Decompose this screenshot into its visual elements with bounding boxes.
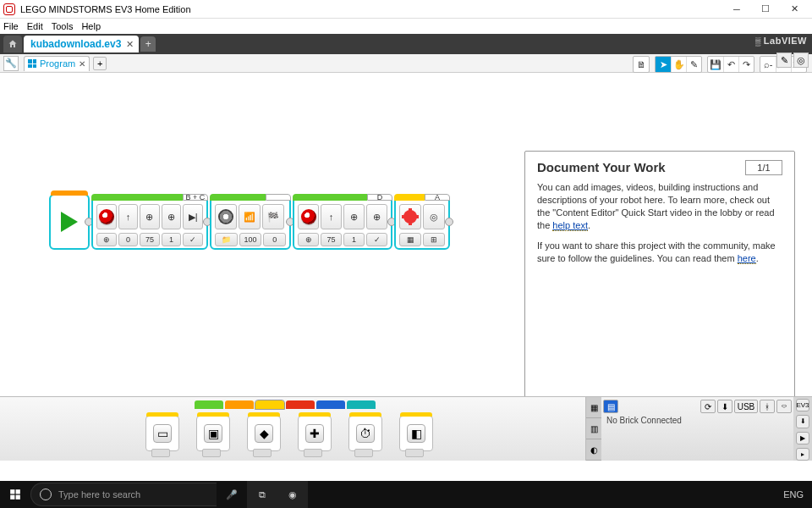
brake-slot[interactable]: ✓	[366, 233, 387, 246]
language-indicator[interactable]: ENG	[775, 489, 812, 500]
window-titlebar: LEGO MINDSTORMS EV3 Home Edition ─ ☐ ✕	[0, 0, 812, 19]
mode-slot[interactable]: ⊕	[96, 233, 117, 246]
refresh-button[interactable]: ⟳	[700, 400, 716, 413]
save-button[interactable]: 💾	[708, 57, 723, 72]
program-tab-active[interactable]: Program ✕	[24, 56, 90, 71]
hw-tab-ports[interactable]: ▥	[586, 418, 601, 439]
minimize-button[interactable]: ─	[722, 1, 751, 18]
search-icon	[40, 489, 52, 500]
run-button[interactable]: ▶	[796, 432, 809, 444]
close-program-icon[interactable]: ✕	[79, 59, 85, 69]
palette-tab-flow[interactable]	[225, 400, 254, 409]
block-palette: ▭ ▣ ◆ ✚ ⏱ ◧	[0, 396, 585, 461]
palette-item[interactable]: ▣	[196, 416, 230, 451]
windows-taskbar: Type here to search 🎤 ⧉ ◉ ENG	[0, 481, 812, 508]
program-tab-row: 🔧 Program ✕ + 🗎 ➤ ✋ ✎ 💾 ↶ ↷ ⌕- ⌕+ 1:1	[0, 54, 812, 73]
project-tab-active[interactable]: kubadownload.ev3 ✕	[24, 36, 139, 52]
palette-category-tabs	[195, 400, 376, 409]
taskbar-search[interactable]: Type here to search	[30, 483, 217, 506]
palette-item[interactable]: ◆	[247, 416, 281, 451]
port-label[interactable]: A	[425, 194, 450, 201]
palette-tab-advanced[interactable]	[316, 400, 345, 409]
start-block[interactable]	[49, 194, 90, 250]
wifi-button[interactable]: ⌔	[776, 400, 792, 413]
volume-slot[interactable]: 100	[239, 233, 262, 246]
port-label[interactable]: B + C	[183, 194, 208, 201]
steering-slot[interactable]: 0	[118, 233, 139, 246]
power-slot[interactable]: 75	[140, 233, 160, 246]
menu-edit[interactable]: Edit	[27, 21, 43, 31]
sound-block[interactable]: 📶 🏁 📁 100 0	[210, 194, 291, 250]
hw-tab-brick[interactable]: ▦	[586, 397, 601, 418]
menu-help[interactable]: Help	[81, 21, 101, 31]
help-text-link[interactable]: help text	[552, 220, 588, 231]
palette-items: ▭ ▣ ◆ ✚ ⏱ ◧	[145, 416, 433, 451]
download-run-button[interactable]: ⬇	[796, 415, 809, 428]
maximize-button[interactable]: ☐	[751, 1, 780, 18]
start-button[interactable]	[0, 481, 30, 508]
palette-tab-sensor[interactable]	[255, 400, 284, 409]
hw-tab-available[interactable]: ◐	[586, 439, 601, 461]
palette-item[interactable]: ▭	[145, 416, 179, 451]
pointer-tool[interactable]: ➤	[656, 57, 671, 72]
hardware-side-tabs: ▦ ▥ ◐	[586, 397, 601, 461]
play-type-slot[interactable]: 0	[263, 233, 286, 246]
project-tab-label: kubadownload.ev3	[30, 38, 121, 50]
palette-tab-action[interactable]	[195, 400, 223, 409]
app-icon	[3, 3, 15, 15]
bluetooth-button[interactable]: ᚼ	[760, 400, 775, 413]
content-editor-edit-button[interactable]: ✎	[776, 52, 792, 68]
play-icon	[61, 212, 78, 232]
move-steering-block[interactable]: B + C ↑ ⊕ ⊕ ▶| ⊕ 0 75 1 ✓	[91, 194, 208, 250]
menu-file[interactable]: File	[3, 21, 19, 31]
content-editor-toggle-button[interactable]: ◎	[793, 52, 809, 68]
project-settings-button[interactable]: 🔧	[3, 56, 19, 71]
program-canvas[interactable]: B + C ↑ ⊕ ⊕ ▶| ⊕ 0 75 1 ✓ 📶	[0, 73, 812, 396]
program-icon	[28, 59, 36, 68]
program-chain: B + C ↑ ⊕ ⊕ ▶| ⊕ 0 75 1 ✓ 📶	[49, 194, 452, 250]
mode-slot[interactable]: ⊕	[298, 233, 319, 246]
content-paragraph-1: You can add images, videos, building ins…	[537, 181, 782, 231]
motor-icon	[298, 204, 319, 229]
add-program-tab[interactable]: +	[93, 57, 107, 70]
cortana-mic-button[interactable]: 🎤	[217, 481, 247, 508]
redo-button[interactable]: ↷	[738, 57, 754, 72]
guidelines-link[interactable]: here	[738, 253, 756, 264]
palette-item[interactable]: ◧	[399, 416, 433, 451]
document-button[interactable]: 🗎	[634, 57, 649, 72]
home-tab[interactable]	[3, 36, 22, 52]
menu-tools[interactable]: Tools	[52, 21, 74, 31]
close-button[interactable]: ✕	[780, 1, 809, 18]
window-title: LEGO MINDSTORMS EV3 Home Edition	[20, 4, 191, 14]
task-view-button[interactable]: ⧉	[247, 481, 277, 508]
add-project-tab[interactable]: +	[140, 36, 156, 52]
port-label	[266, 194, 291, 201]
palette-tab-data[interactable]	[286, 400, 315, 409]
usb-button[interactable]: USB	[734, 400, 758, 413]
run-selected-button[interactable]: ▸	[796, 448, 809, 461]
port-label[interactable]: D	[367, 194, 392, 201]
close-project-icon[interactable]: ✕	[126, 39, 134, 50]
zoom-out-button[interactable]: ⌕-	[760, 57, 776, 72]
mode-slot[interactable]: ▦	[399, 233, 421, 246]
palette-item[interactable]: ✚	[298, 416, 332, 451]
palette-tab-myblocks[interactable]	[347, 400, 376, 409]
download-button[interactable]: ⬇	[717, 400, 732, 413]
param-slot[interactable]: ⊞	[423, 233, 445, 246]
svg-rect-2	[10, 495, 14, 500]
taskbar-app-ev3[interactable]: ◉	[277, 481, 308, 508]
menu-bar: File Edit Tools Help	[0, 19, 812, 34]
medium-motor-block[interactable]: D ↑ ⊕ ⊕ ⊕ 75 1 ✓	[293, 194, 392, 250]
power-slot[interactable]: 75	[321, 233, 342, 246]
comment-tool[interactable]: ✎	[686, 57, 701, 72]
rotations-slot[interactable]: 1	[343, 233, 365, 246]
display-block[interactable]: A ◎ ▦ ⊞	[394, 194, 450, 250]
palette-item[interactable]: ⏱	[348, 416, 382, 451]
undo-button[interactable]: ↶	[723, 57, 738, 72]
content-pager[interactable]: 1/1	[745, 160, 782, 175]
file-slot[interactable]: 📁	[215, 233, 238, 246]
rotations-slot[interactable]: 1	[162, 233, 182, 246]
pan-tool[interactable]: ✋	[671, 57, 686, 72]
svg-rect-3	[16, 495, 20, 500]
brake-slot[interactable]: ✓	[183, 233, 203, 246]
